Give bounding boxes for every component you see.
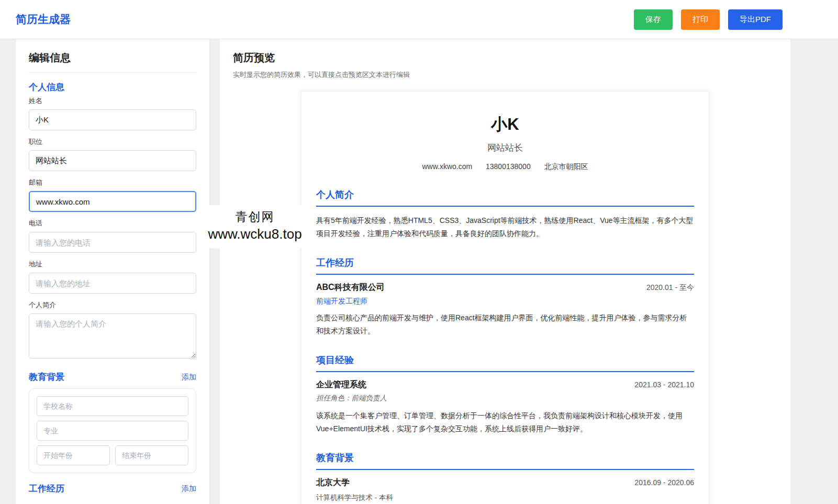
export-pdf-button[interactable]: 导出PDF	[728, 9, 783, 30]
resume-name[interactable]: 小K	[316, 114, 694, 136]
resume-project-period[interactable]: 2021.03 - 2021.10	[634, 380, 694, 389]
preview-title: 简历预览	[233, 49, 777, 70]
app-title: 简历生成器	[16, 12, 71, 27]
toolbar: 保存 打印 导出PDF	[634, 9, 783, 30]
watermark-overlay: 青创网 www.wcku8.top	[201, 205, 309, 248]
phone-label: 电话	[29, 219, 196, 228]
end-year-input[interactable]	[115, 445, 188, 465]
resume-work-description[interactable]: 负责公司核心产品的前端开发与维护，使用React框架构建用户界面，优化前端性能，…	[316, 311, 694, 337]
start-year-input[interactable]	[37, 445, 110, 465]
resume-contacts: www.xkwo.com 13800138000 北京市朝阳区	[316, 162, 694, 172]
resume-summary-section: 个人简介 具有5年前端开发经验，熟悉HTML5、CSS3、JavaScript等…	[316, 188, 694, 240]
resume-job-title[interactable]: 网站站长	[316, 142, 694, 154]
resume-summary-title: 个人简介	[316, 188, 694, 207]
watermark-line2: www.wcku8.top	[201, 226, 309, 242]
email-input[interactable]	[29, 191, 196, 212]
resume-project-role[interactable]: 担任角色：前端负责人	[316, 394, 694, 403]
education-entry-card	[29, 388, 196, 473]
app-header: 简历生成器 保存 打印 导出PDF	[0, 0, 838, 39]
address-input[interactable]	[29, 273, 196, 294]
education-section-title: 教育背景	[29, 371, 64, 383]
resume-contact-address[interactable]: 北京市朝阳区	[544, 162, 588, 171]
email-label: 邮箱	[29, 178, 196, 187]
major-input[interactable]	[37, 421, 188, 441]
resume-work-company[interactable]: ABC科技有限公司	[316, 282, 385, 293]
resume-education-section: 教育背景 北京大学 2016.09 - 2020.06 计算机科学与技术 - 本…	[316, 452, 694, 502]
job-label: 职位	[29, 137, 196, 147]
preview-subtitle: 实时显示您的简历效果，可以直接点击预览区文本进行编辑	[233, 70, 777, 80]
job-input[interactable]	[29, 150, 196, 171]
resume-education-degree[interactable]: 计算机科学与技术 - 本科	[316, 493, 694, 502]
resume-work-role[interactable]: 前端开发工程师	[316, 297, 694, 306]
work-add-link[interactable]: 添加	[182, 484, 196, 494]
resume-education-school[interactable]: 北京大学	[316, 477, 350, 488]
resume-contact-phone[interactable]: 13800138000	[486, 162, 531, 171]
resume-project-description[interactable]: 该系统是一个集客户管理、订单管理、数据分析于一体的综合性平台，我负责前端架构设计…	[316, 409, 694, 435]
editor-panel: 编辑信息 个人信息 姓名 职位 邮箱 电话 地址 个人简介 教育背景 添加	[16, 39, 209, 504]
phone-input[interactable]	[29, 232, 196, 253]
work-section-title: 工作经历	[29, 483, 64, 495]
name-input[interactable]	[29, 109, 196, 130]
save-button[interactable]: 保存	[634, 9, 673, 30]
divider	[29, 72, 196, 73]
resume-projects-section: 项目经验 企业管理系统 2021.03 - 2021.10 担任角色：前端负责人…	[316, 354, 694, 435]
personal-info-title: 个人信息	[29, 81, 64, 93]
summary-textarea[interactable]	[29, 313, 196, 359]
education-add-link[interactable]: 添加	[182, 373, 196, 382]
preview-panel: 简历预览 实时显示您的简历效果，可以直接点击预览区文本进行编辑 小K 网站站长 …	[220, 39, 790, 504]
resume-work-period[interactable]: 2020.01 - 至今	[646, 283, 694, 293]
resume-projects-title: 项目经验	[316, 354, 694, 372]
address-label: 地址	[29, 260, 196, 269]
summary-label: 个人简介	[29, 300, 196, 310]
name-label: 姓名	[29, 96, 196, 106]
resume-project-name[interactable]: 企业管理系统	[316, 379, 366, 390]
watermark-line1: 青创网	[201, 209, 309, 225]
print-button[interactable]: 打印	[681, 9, 720, 30]
school-input[interactable]	[37, 396, 188, 416]
resume-education-period[interactable]: 2016.09 - 2020.06	[634, 478, 694, 487]
resume-contact-website[interactable]: www.xkwo.com	[422, 162, 472, 171]
resume-work-title: 工作经历	[316, 256, 694, 275]
resume-summary-text[interactable]: 具有5年前端开发经验，熟悉HTML5、CSS3、JavaScript等前端技术，…	[316, 214, 694, 240]
resume-document: 小K 网站站长 www.xkwo.com 13800138000 北京市朝阳区 …	[301, 91, 709, 504]
resume-work-section: 工作经历 ABC科技有限公司 2020.01 - 至今 前端开发工程师 负责公司…	[316, 256, 694, 337]
resume-education-title: 教育背景	[316, 452, 694, 470]
editor-title: 编辑信息	[29, 48, 196, 72]
